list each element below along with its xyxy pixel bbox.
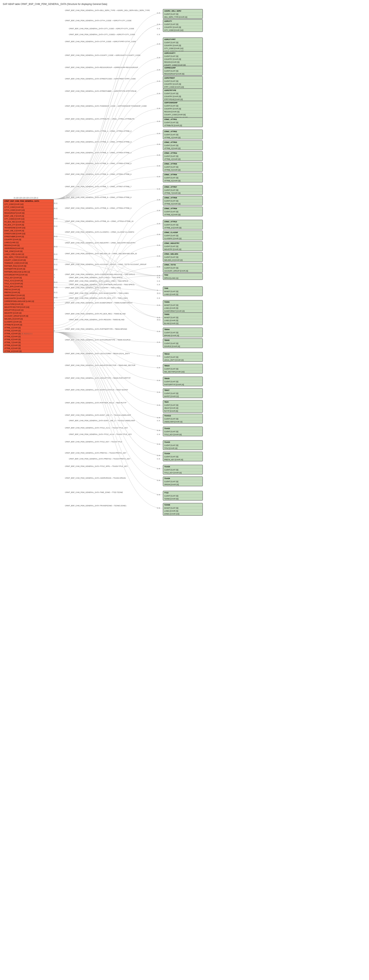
target-entity: TSAD4CLIENT [CLNT (3)]PREFIX_KEY [CHAR (… bbox=[163, 452, 203, 461]
target-cardinality: 0..N bbox=[157, 297, 160, 299]
target-entity-row: CLIENT [CLNT (3)] bbox=[163, 468, 203, 471]
source-entity-row: NAMEFORMAT [CHAR (2)] bbox=[3, 294, 53, 297]
target-entity: TB027CLIENT [CLNT (3)]MARST [CHAR (1)] bbox=[163, 388, 203, 398]
target-entity: TBZ0CLIENT [CLNT (3)]OBJAP [CHAR (4)]RLT… bbox=[163, 400, 203, 413]
target-entity: ADDRC_DELI_SERVCLIENT [CLNT (3)]DELI_SER… bbox=[163, 9, 203, 19]
edge-label: CRMT_BSP_CHM_PDM_GENERAL_DATA-NAMCOUNTRY… bbox=[69, 292, 129, 294]
target-cardinality: 0..N bbox=[157, 430, 160, 431]
target-cardinality: 0..N bbox=[157, 165, 160, 167]
target-entity-row: CLIENT [CLNT (3)] bbox=[163, 356, 203, 358]
target-entity: CRMC_ATTR08CLIENT [CLNT (3)]ATTRIB_8 [CH… bbox=[163, 196, 203, 205]
target-entity-row: CLIENT [CLNT (3)] bbox=[163, 266, 203, 269]
source-entity-row: COUNTRY [CHAR (3)] bbox=[3, 238, 53, 241]
target-entity: CRMC_ATTR02CLIENT [CLNT (3)]ATTRIB_2 [CH… bbox=[163, 130, 203, 139]
target-entity-row: COUNTRY [CHAR (3)] bbox=[163, 44, 203, 47]
target-cardinality: 0..N bbox=[157, 367, 160, 369]
target-entity: TZONEMANDT [CLNT (3)]LAND1 [CHAR (3)]ZON… bbox=[163, 503, 203, 515]
target-entity-header: TSAD4 bbox=[163, 452, 203, 455]
target-entity-row: CLIENT [CLNT (3)] bbox=[163, 176, 203, 179]
target-cardinality: 0..N bbox=[157, 404, 160, 406]
source-entity-row: COUNTY_CODE [CHAR (8)] bbox=[3, 259, 53, 261]
target-entity-row: COUNTRY [CHAR (3)] bbox=[163, 57, 203, 60]
edge-label: CRMT_BSP_CHM_PDM_GENERAL_DATA-GROUPTYPE … bbox=[65, 377, 131, 379]
source-entity-row: CLASSIFIC [CHAR (2)] bbox=[3, 320, 53, 323]
target-entity-row: CLIENT [CLNT (3)] bbox=[163, 55, 203, 57]
target-entity-header: T005 bbox=[163, 287, 203, 290]
target-entity-row: COUNTRY [CHAR (3)] bbox=[163, 95, 203, 98]
source-cardinality: (0,1) bbox=[54, 263, 57, 266]
target-cardinality: 0..N bbox=[157, 234, 160, 235]
target-entity-row: PREFIX_KEY [CHAR (4)] bbox=[163, 458, 203, 461]
target-entity-header: TZONE bbox=[163, 503, 203, 506]
source-entity-row: LEGALFORM [CHAR (2)] bbox=[3, 302, 53, 305]
target-cardinality: 0..N bbox=[157, 23, 160, 25]
target-entity: CRMC_ATTR10CLIENT [CLNT (3)]ATTRIB_10 [C… bbox=[163, 220, 203, 229]
target-entity-row: OBJAP [CHAR (4)] bbox=[163, 407, 203, 409]
target-entity-row: CLIENT [CLNT (3)] bbox=[163, 331, 203, 334]
target-cardinality: 0..N bbox=[157, 433, 160, 435]
source-entity-row: TITLE_SPPL [CHAR (4)] bbox=[3, 285, 53, 288]
target-entity: TSAD2CLIENT [CLNT (3)]TITLE_KEY [CHAR (4… bbox=[163, 426, 203, 436]
edge-label: CRMT_BSP_CHM_PDM_GENERAL_DATA-ACCOUNT_GR… bbox=[65, 263, 147, 266]
target-entity-row: DELI_SERV_TYPE [CHAR (4)] bbox=[163, 16, 203, 18]
edge-label: CRMT_BSP_CHM_PDM_GENERAL_DATA-NIELSEN_ID… bbox=[65, 253, 137, 255]
target-cardinality: 0..N bbox=[157, 12, 160, 14]
target-entity-row: ACCOUNT_GROUP [CHAR (4)] bbox=[163, 269, 203, 272]
target-entity-header: CRMC_ATTR01 bbox=[163, 118, 203, 121]
source-cardinality: (0,1) bbox=[54, 286, 57, 288]
source-entity: CRMT_BSP_CHM_PDM_GENERAL_DATACITY_CODE [… bbox=[3, 199, 54, 353]
target-entity-header: CRMC_ATTR10 bbox=[163, 220, 203, 223]
source-entity-row: ATTRIB_3 [CHAR (2)] bbox=[3, 329, 53, 332]
target-entity-row: ATTRIB_6 [CHAR (3)] bbox=[163, 179, 203, 182]
edge-label: CRMT_BSP_CHM_PDM_GENERAL_DATA-TITLE_ACA2… bbox=[69, 433, 132, 435]
target-entity-row: CLIENT [CLNT (3)] bbox=[163, 480, 203, 483]
target-entity-row: ATTRIB_5 [CHAR (2)] bbox=[163, 169, 203, 171]
target-entity: T005MANDT [CLNT (3)]LAND1 [CHAR (3)] bbox=[163, 286, 203, 296]
target-entity-row: SOURCE [CHAR (4)] bbox=[163, 345, 203, 348]
target-entity-row: REGIOGROUP [CHAR (8)] bbox=[163, 72, 203, 75]
target-entity-row: CLIENT [CLNT (3)] bbox=[163, 367, 203, 370]
target-cardinality: 0..N bbox=[157, 468, 160, 469]
edge-label: CRMT_BSP_CHM_PDM_GENERAL_DATA-LANGU = T0… bbox=[69, 277, 123, 278]
source-bottom-cardinalities: (0..N) (0,1) 1 1 bbox=[22, 332, 32, 334]
target-cardinality: 1 bbox=[157, 289, 158, 291]
edge-label: CRMT_BSP_CHM_PDM_GENERAL_DATA-TOWNSHIP_C… bbox=[65, 105, 147, 107]
edge-label: CRMT_BSP_CHM_PDM_GENERAL_DATA-CITY_CODE … bbox=[69, 28, 134, 30]
target-entity-row: CLIENT [CLNT (3)] bbox=[163, 430, 203, 433]
edge-label: CRMT_BSP_CHM_PDM_GENERAL_DATA-ATTRIB_9 =… bbox=[65, 207, 132, 209]
target-entity-row: SPRAS [LANG (1)] bbox=[163, 277, 203, 280]
target-cardinality: (0,1) bbox=[157, 319, 160, 321]
target-entity: ADRSTREETCLIENT [CLNT (3)]COUNTRY [CHAR … bbox=[163, 76, 203, 89]
edge-label: CRMT_BSP_CHM_PDM_GENERAL_DATA-STREETABBR… bbox=[65, 90, 137, 92]
target-cardinality: 0..N bbox=[157, 57, 160, 59]
source-entity-row: STREETABBR [CHAR (2)] bbox=[3, 235, 53, 238]
target-entity: ADRREGGRPCLIENT [CLNT (3)]REGIOGROUP [CH… bbox=[163, 66, 203, 76]
target-cardinality: 0..N bbox=[157, 255, 160, 257]
source-entity-row: ATTRIBUTE [CHAR (2)] bbox=[3, 323, 53, 326]
target-entity-row: IND_SECTOR [CHAR (10)] bbox=[163, 370, 203, 373]
target-cardinality: 0..N bbox=[157, 120, 160, 122]
source-entity-row: ATTRIB_9 [CHAR (3)] bbox=[3, 347, 53, 350]
target-cardinality: 0..N bbox=[157, 391, 160, 393]
target-cardinality: 0..N bbox=[157, 210, 160, 212]
edge-label: CRMT_BSP_CHM_PDM_GENERAL_DATA-ATTRIB_2 =… bbox=[65, 130, 132, 132]
edge-label: CRMT_BSP_CHM_PDM_GENERAL_DATA-ATTRIB_5 =… bbox=[65, 162, 132, 164]
target-entity-row: ATTRIB_3 [CHAR (2)] bbox=[163, 147, 203, 150]
target-cardinality: 0..N bbox=[157, 33, 160, 35]
source-entity-row: ATTRIB_2 [CHAR (2)] bbox=[3, 326, 53, 329]
target-entity-row: TITLE_KEY [CHAR (4)] bbox=[163, 471, 203, 474]
target-entity: CRMC_ATTR03CLIENT [CLNT (3)]ATTRIB_3 [CH… bbox=[163, 140, 203, 150]
edge-label: CRMT_BSP_CHM_PDM_GENERAL_DATA-PARTNERLAN… bbox=[69, 283, 135, 286]
target-entity-row: ATTRIB_8 [CHAR (3)] bbox=[163, 202, 203, 205]
edge-label: CRMT_BSP_CHM_PDM_GENERAL_DATA-TITLE_KEY … bbox=[65, 441, 122, 443]
target-entity-row: ZONE1 [CHAR (10)] bbox=[163, 512, 203, 515]
target-entity-row: CLIENT [CLNT (3)] bbox=[163, 133, 203, 136]
page-title: SAP ABAP table CRMT_BSP_CHM_PDM_GENERAL_… bbox=[2, 2, 367, 7]
target-cardinality: 0..N bbox=[157, 304, 160, 306]
target-cardinality: 0..N bbox=[157, 331, 160, 332]
source-entity-row: CITY_CODE [CHAR (12)] bbox=[3, 203, 53, 205]
target-entity-row: CLIENT [CLNT (3)] bbox=[163, 92, 203, 95]
target-cardinality: 0..N bbox=[157, 283, 160, 286]
source-entity-row: ADDRORIGIN [CHAR (4)] bbox=[3, 247, 53, 250]
target-cardinality: 0..N bbox=[157, 417, 160, 418]
